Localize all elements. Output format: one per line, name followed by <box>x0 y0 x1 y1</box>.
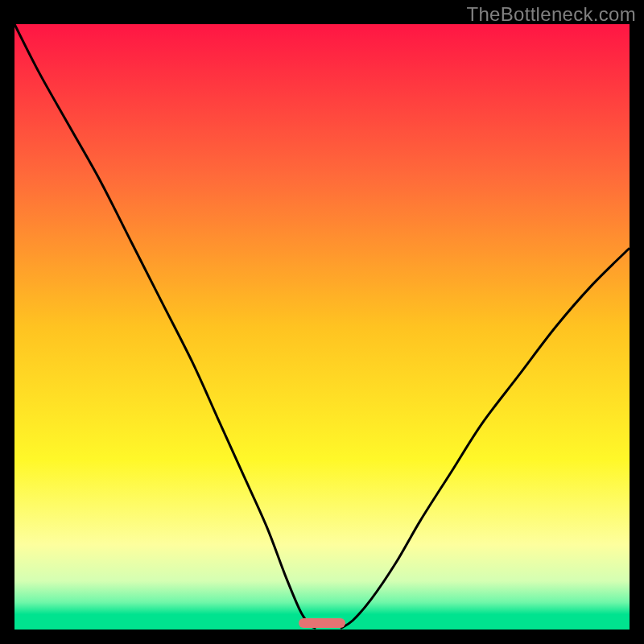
bottleneck-marker <box>299 618 345 628</box>
chart-frame: TheBottleneck.com <box>0 0 644 644</box>
right-curve-path <box>341 248 630 628</box>
watermark-text: TheBottleneck.com <box>466 3 636 26</box>
plot-area <box>14 24 630 630</box>
curve-layer <box>14 24 630 630</box>
left-curve-path <box>14 24 316 628</box>
